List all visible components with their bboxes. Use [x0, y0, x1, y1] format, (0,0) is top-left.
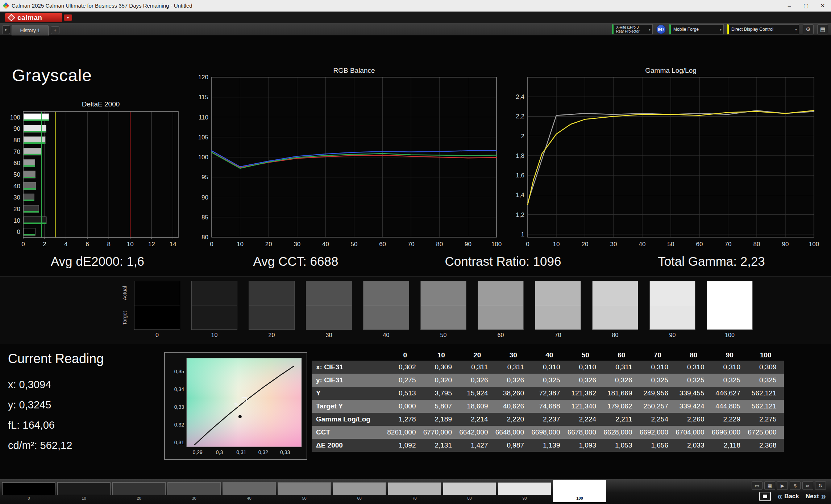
link-button[interactable]: ∞ [802, 481, 813, 490]
pattern-level-button-10[interactable]: 10 [57, 482, 111, 500]
table-cell: 0,326 [459, 374, 495, 387]
svg-text:50: 50 [668, 241, 674, 248]
license-button[interactable]: $ [790, 481, 801, 490]
stat-avg-de2000: Avg dE2000: 1,6 [51, 254, 144, 269]
maximize-button[interactable]: ▢ [798, 0, 814, 11]
table-cell: 6698,000 [531, 426, 568, 439]
pattern-level-button-30[interactable]: 30 [167, 482, 221, 500]
svg-text:20: 20 [13, 206, 20, 213]
layout-panel-button[interactable]: ▤ [817, 24, 828, 34]
source-dropdown[interactable]: Mobile Forge ▾ [669, 24, 724, 34]
svg-text:90: 90 [782, 241, 789, 248]
pattern-level-label: 60 [333, 496, 386, 500]
sync-button[interactable]: ↻ [815, 481, 826, 490]
table-cell: 0,326 [603, 374, 640, 387]
table-cell: 1,139 [531, 439, 568, 452]
pattern-level-label: 100 [553, 496, 606, 500]
svg-text:30: 30 [13, 194, 20, 201]
pattern-level-button-20[interactable]: 20 [112, 482, 166, 500]
panel-icon: ▤ [820, 26, 825, 33]
table-row-label: x: CIE31 [312, 361, 387, 374]
pattern-swatch [2, 482, 55, 495]
back-label: Back [784, 493, 799, 500]
pattern-level-button-90[interactable]: 90 [498, 482, 551, 500]
grayscale-swatch-strip: Actual Target 0 10 20 30 [0, 276, 831, 344]
pattern-swatch [443, 482, 496, 495]
pattern-level-label: 70 [388, 496, 441, 500]
next-button[interactable]: Next » [806, 493, 826, 500]
table-cell: 0,310 [676, 361, 712, 374]
table-cell: 0,325 [712, 374, 748, 387]
svg-text:40: 40 [639, 241, 646, 248]
patch-swatch [649, 281, 695, 330]
svg-text:2,2: 2,2 [516, 113, 524, 120]
patch-target [593, 306, 638, 330]
cie-chart: 0,290,30,310,320,330,310,320,330,340,35✎ [165, 353, 307, 459]
patch-target [478, 306, 523, 330]
brand-bar: calman ▾ [0, 12, 831, 23]
table-cell: 1,427 [459, 439, 495, 452]
pattern-level-button-100[interactable]: 100 [553, 480, 606, 502]
cie-chart-panel: 0,290,30,310,320,330,310,320,330,340,35✎ [164, 352, 307, 460]
svg-text:40: 40 [322, 241, 329, 248]
pattern-level-button-0[interactable]: 0 [2, 482, 55, 500]
pattern-window-button[interactable] [759, 492, 771, 501]
svg-text:80: 80 [436, 241, 443, 248]
table-row-label: Gamma Log/Log [312, 413, 387, 426]
tab-history-1[interactable]: History 1 [12, 25, 49, 35]
pattern-level-button-40[interactable]: 40 [223, 482, 276, 500]
svg-text:14: 14 [170, 241, 176, 248]
pattern-grid-button[interactable]: ▦ [764, 481, 775, 490]
svg-text:Gamma Log/Log: Gamma Log/Log [645, 67, 697, 74]
table-cell: 2,260 [676, 413, 712, 426]
svg-text:90: 90 [201, 194, 208, 201]
table-cell: 0,320 [423, 374, 460, 387]
close-button[interactable]: ✕ [814, 0, 831, 11]
table-cell: 249,956 [640, 387, 676, 400]
table-cell: 5,807 [423, 400, 460, 413]
back-button[interactable]: « Back [777, 493, 799, 500]
minimize-button[interactable]: – [781, 0, 798, 11]
patch-level-label: 0 [134, 332, 180, 339]
pattern-level-button-50[interactable]: 50 [278, 482, 331, 500]
app-logo-icon [3, 2, 9, 9]
table-cell: 562,121 [748, 387, 784, 400]
svg-text:120: 120 [198, 74, 208, 81]
calman-logo[interactable]: calman [5, 13, 62, 22]
svg-text:80: 80 [753, 241, 760, 248]
add-tab-button[interactable]: + [51, 26, 59, 34]
display-control-dropdown[interactable]: Direct Display Control ▾ [727, 24, 799, 34]
pattern-level-button-70[interactable]: 70 [388, 482, 441, 500]
settings-button[interactable]: ⚙ [803, 24, 814, 34]
table-header-90: 90 [712, 349, 748, 361]
table-cell: 0,325 [676, 374, 712, 387]
table-cell: 0,311 [603, 361, 640, 374]
license-icon: $ [794, 483, 796, 488]
patch-swatch [249, 281, 295, 330]
sync-icon: ↻ [819, 483, 823, 488]
grayscale-patch-50: 50 [420, 281, 466, 339]
reading-x: x: 0,3094 [8, 379, 51, 391]
patch-target [650, 306, 695, 330]
svg-text:100: 100 [491, 241, 502, 248]
svg-text:40: 40 [13, 183, 20, 190]
meter-dropdown[interactable]: X-Rite i1Pro 3 Rear Projector ▾ [612, 24, 653, 34]
table-row-label: Target Y [312, 400, 387, 413]
svg-text:20: 20 [265, 241, 272, 248]
pattern-level-button-80[interactable]: 80 [443, 482, 496, 500]
stat-avg-cct: Avg CCT: 6688 [253, 254, 338, 269]
page-title: Grayscale [12, 65, 92, 85]
patch-swatch [306, 281, 352, 330]
display-button[interactable]: ▭ [752, 481, 763, 490]
svg-text:10: 10 [553, 241, 560, 248]
pattern-swatch [57, 482, 111, 495]
logo-menu-button[interactable]: ▾ [64, 14, 72, 21]
collapse-tabs-button[interactable]: ▸ [2, 25, 10, 34]
play-button[interactable]: ▶ [777, 481, 788, 490]
toolbar-widgets: X-Rite i1Pro 3 Rear Projector ▾ 647 Mobi… [612, 24, 828, 34]
pattern-level-buttons: 0 10 20 30 40 50 60 70 80 90 100 [2, 482, 606, 502]
pattern-level-button-60[interactable]: 60 [333, 482, 386, 500]
svg-text:DeltaE 2000: DeltaE 2000 [82, 101, 120, 108]
pattern-swatch [278, 482, 331, 495]
svg-text:1: 1 [521, 231, 524, 238]
